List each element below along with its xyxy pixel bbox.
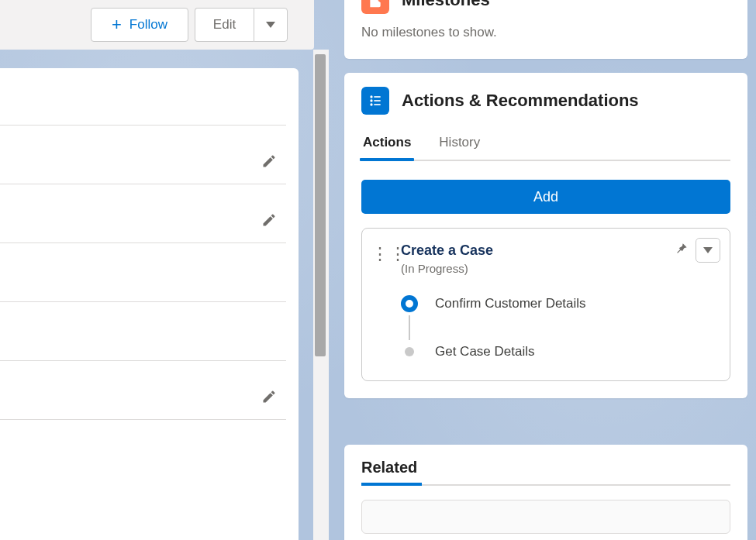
step-connector <box>409 315 410 340</box>
flow-steps: Confirm Customer Details Get Case Detail… <box>401 292 717 363</box>
plus-icon: + <box>112 16 122 33</box>
edit-field-icon[interactable] <box>261 153 277 172</box>
flow-menu-dropdown[interactable] <box>696 238 720 263</box>
record-header-actions: + Follow Edit <box>0 0 314 50</box>
drag-handle-icon[interactable]: ⋮⋮ <box>371 242 392 263</box>
actions-tabs: Actions History <box>361 135 730 161</box>
edit-more-dropdown[interactable] <box>254 8 288 42</box>
milestones-title: Milestones <box>402 0 490 10</box>
svg-point-2 <box>370 99 372 101</box>
actions-title: Actions & Recommendations <box>402 91 639 111</box>
details-panel <box>0 68 299 540</box>
tab-actions[interactable]: Actions <box>361 135 413 160</box>
edit-field-icon[interactable] <box>261 212 277 231</box>
related-card: Related <box>344 445 747 540</box>
edit-button[interactable]: Edit <box>195 8 254 42</box>
milestones-card: Milestones No milestones to show. <box>344 0 747 59</box>
flow-step-current[interactable]: Confirm Customer Details <box>401 292 717 315</box>
right-sidebar: Milestones No milestones to show. Action… <box>344 0 747 540</box>
milestones-empty-text: No milestones to show. <box>361 25 730 40</box>
related-item-placeholder <box>361 500 730 534</box>
detail-field <box>0 302 286 361</box>
step-indicator-future-icon <box>405 347 414 356</box>
svg-rect-3 <box>374 100 380 101</box>
detail-field <box>0 243 286 302</box>
flow-title: Create a Case <box>401 242 493 259</box>
tab-history[interactable]: History <box>437 135 482 160</box>
follow-label: Follow <box>129 17 167 33</box>
caret-down-icon <box>266 22 275 28</box>
detail-field <box>0 184 286 243</box>
follow-button[interactable]: + Follow <box>91 8 188 42</box>
actions-header: Actions & Recommendations <box>361 87 730 115</box>
scrollbar-thumb[interactable] <box>315 54 326 356</box>
detail-field <box>0 88 286 126</box>
add-action-button[interactable]: Add <box>361 180 730 214</box>
actions-icon <box>361 87 389 115</box>
step-label: Get Case Details <box>435 344 535 359</box>
related-title: Related <box>361 459 730 486</box>
svg-point-4 <box>370 103 372 105</box>
flow-status: (In Progress) <box>401 262 493 275</box>
edit-field-icon[interactable] <box>261 389 277 408</box>
detail-field <box>0 126 286 184</box>
flow-step-next[interactable]: Get Case Details <box>401 340 717 363</box>
scrollbar-track[interactable] <box>313 50 329 540</box>
edit-label: Edit <box>213 17 236 33</box>
flow-header: ⋮⋮ Create a Case (In Progress) <box>371 242 717 275</box>
svg-rect-5 <box>374 104 380 105</box>
step-label: Confirm Customer Details <box>435 296 586 311</box>
detail-field <box>0 361 286 420</box>
step-indicator-current-icon <box>401 295 418 312</box>
milestones-header: Milestones <box>361 0 730 19</box>
svg-point-0 <box>370 95 372 98</box>
flow-card: ⋮⋮ Create a Case (In Progress) Confirm C… <box>361 228 730 381</box>
actions-recommendations-card: Actions & Recommendations Actions Histor… <box>344 73 747 398</box>
svg-rect-1 <box>374 96 380 98</box>
edit-button-group: Edit <box>195 8 288 42</box>
caret-down-icon <box>703 247 713 253</box>
milestones-icon <box>361 0 389 14</box>
pin-icon[interactable] <box>674 241 689 260</box>
